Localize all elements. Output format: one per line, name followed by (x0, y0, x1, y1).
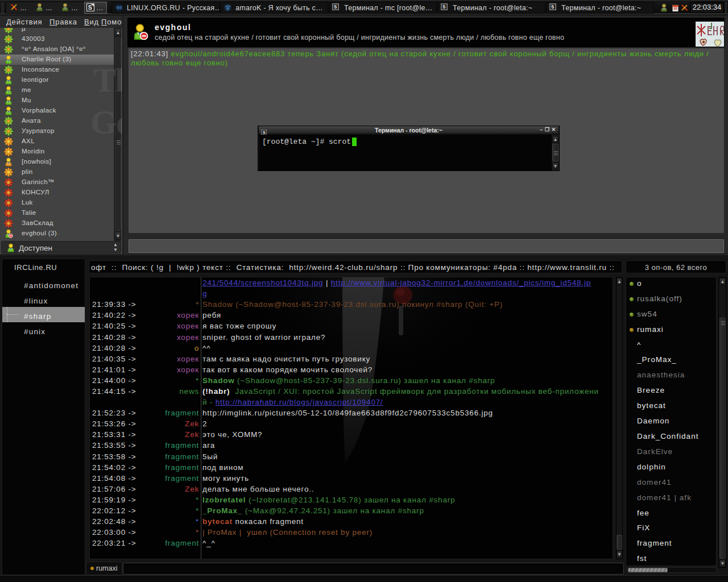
svg-text:S: S (88, 4, 93, 11)
svg-text:5: 5 (334, 4, 337, 10)
svg-text:5: 5 (442, 4, 445, 10)
svg-text:5: 5 (551, 4, 554, 10)
svg-text:05: 05 (673, 7, 677, 10)
